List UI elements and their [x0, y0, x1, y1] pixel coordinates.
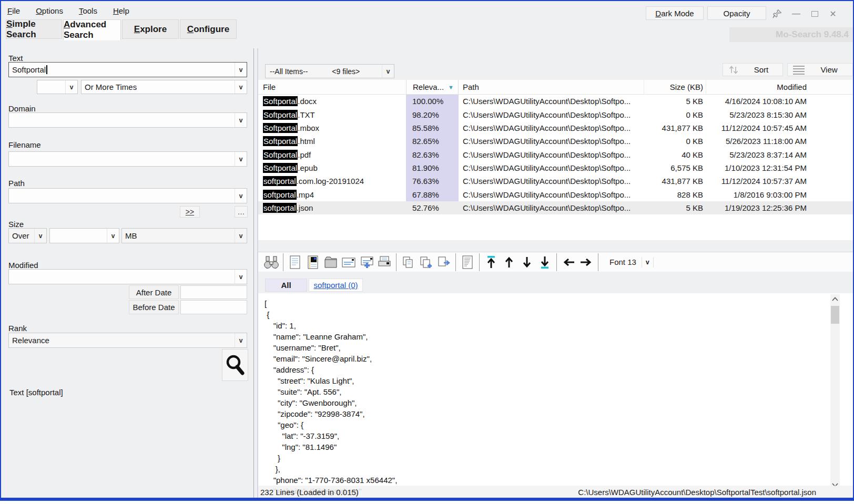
- document-icon: [289, 255, 301, 270]
- column-header-file[interactable]: File: [258, 80, 406, 94]
- browse-more-button[interactable]: …: [235, 206, 248, 218]
- table-row[interactable]: Softportal.html 82.65% C:\Users\WDAGUtil…: [258, 135, 853, 148]
- copy-button[interactable]: [400, 253, 416, 271]
- next-match-button[interactable]: [578, 253, 594, 271]
- after-date-field[interactable]: [180, 285, 247, 299]
- go-top-button[interactable]: [483, 253, 499, 271]
- go-bottom-button[interactable]: [537, 253, 553, 271]
- opacity-button[interactable]: Opacity: [707, 6, 766, 20]
- document-preview-icon: [307, 255, 319, 270]
- before-date-field[interactable]: [180, 300, 247, 314]
- scrollbar-thumb[interactable]: [831, 306, 839, 324]
- path-input[interactable]: v: [8, 188, 247, 203]
- font-size-select[interactable]: Font 13 v: [609, 257, 654, 268]
- view-formatted-button[interactable]: [305, 253, 321, 271]
- view-button[interactable]: View: [787, 63, 853, 76]
- domain-input[interactable]: v: [8, 112, 247, 128]
- toolbar-separator: [283, 253, 283, 271]
- previous-match-button[interactable]: [561, 253, 576, 271]
- text-input[interactable]: Softportal v: [8, 62, 247, 77]
- sort-descending-icon: ▼: [448, 84, 454, 90]
- results-filter-dropdown-icon[interactable]: v: [382, 65, 394, 78]
- size-unit-select[interactable]: MB v: [121, 228, 247, 243]
- text-dropdown-icon[interactable]: v: [235, 63, 247, 77]
- open-folder-button[interactable]: [323, 253, 339, 271]
- path-dropdown-icon[interactable]: v: [235, 189, 247, 203]
- filename-input[interactable]: v: [8, 151, 247, 167]
- json-preview-text: [ { "id": 1, "name": "Leanne Graham", "u…: [265, 298, 397, 497]
- column-header-relevance[interactable]: Releva... ▼: [406, 80, 459, 94]
- tab-explore[interactable]: Explore: [122, 19, 179, 39]
- minimize-button[interactable]: —: [789, 7, 804, 20]
- toolbar-separator: [479, 253, 480, 271]
- table-row[interactable]: Softportal.docx 100.00% C:\Users\WDAGUti…: [258, 95, 853, 108]
- column-header-modified[interactable]: Modified: [706, 80, 811, 94]
- find-in-preview-button[interactable]: [263, 253, 279, 271]
- modified-dropdown-icon[interactable]: v: [235, 270, 247, 284]
- preview-content-pane[interactable]: [ { "id": 1, "name": "Leanne Graham", "u…: [258, 293, 853, 498]
- domain-label: Domain: [8, 104, 36, 113]
- size-operator-dropdown-icon[interactable]: v: [34, 229, 46, 243]
- font-dropdown-icon[interactable]: v: [642, 257, 654, 268]
- copy-append-button[interactable]: [418, 253, 434, 271]
- filename-dropdown-icon[interactable]: v: [235, 152, 247, 166]
- maximize-button[interactable]: [807, 7, 822, 20]
- table-row[interactable]: Softportal.epub 81.90% C:\Users\WDAGUtil…: [258, 161, 853, 174]
- sort-button[interactable]: Sort: [723, 63, 783, 76]
- text-mode-select[interactable]: v: [37, 80, 78, 94]
- view-text-button[interactable]: [287, 253, 303, 271]
- table-row-selected[interactable]: softportal.json 52.76% C:\Users\WDAGUtil…: [258, 201, 853, 214]
- table-row[interactable]: Softportal.mbox 85.58% C:\Users\WDAGUtil…: [258, 121, 853, 135]
- size-operator-select[interactable]: Over v: [8, 228, 47, 243]
- menu-help[interactable]: Help: [111, 5, 131, 16]
- scrollbar-up-button[interactable]: [830, 294, 840, 304]
- match-mode-dropdown-icon[interactable]: v: [235, 80, 247, 94]
- rank-dropdown-icon[interactable]: v: [235, 333, 247, 347]
- modified-input[interactable]: v: [8, 269, 247, 284]
- toolbar-separator: [598, 253, 598, 271]
- after-date-button[interactable]: After Date: [129, 285, 179, 299]
- table-row[interactable]: softportal.mp4 67.88% C:\Users\WDAGUtili…: [258, 188, 853, 201]
- preview-tab-softportal[interactable]: softportal (0): [309, 279, 363, 292]
- maximize-icon: [811, 11, 818, 17]
- table-row[interactable]: softportal.com.log-20191024 76.63% C:\Us…: [258, 174, 853, 188]
- export-button[interactable]: [436, 253, 452, 271]
- domain-dropdown-icon[interactable]: v: [235, 113, 247, 127]
- dark-mode-button[interactable]: Dark Mode: [646, 6, 704, 20]
- menu-file[interactable]: File: [5, 5, 22, 16]
- preview-tab-all[interactable]: All: [265, 279, 307, 292]
- search-button[interactable]: [222, 349, 248, 381]
- email-icon: [341, 256, 356, 269]
- pin-button[interactable]: [770, 7, 785, 20]
- go-up-button[interactable]: [501, 253, 517, 271]
- print-button[interactable]: [377, 253, 392, 271]
- size-label: Size: [8, 220, 24, 229]
- before-date-button[interactable]: Before Date: [129, 300, 179, 314]
- tab-advanced-search[interactable]: Advanced Search: [63, 19, 121, 40]
- email-button[interactable]: [341, 253, 357, 271]
- size-value-dropdown-icon[interactable]: v: [107, 229, 119, 243]
- size-unit-dropdown-icon[interactable]: v: [235, 229, 247, 243]
- size-value-input[interactable]: v: [49, 228, 119, 243]
- column-header-size[interactable]: Size (KB): [644, 80, 706, 94]
- table-row[interactable]: Softportal.TXT 98.20% C:\Users\WDAGUtili…: [258, 108, 853, 121]
- word-wrap-button[interactable]: [460, 253, 475, 271]
- tab-simple-search[interactable]: Simple Search: [6, 19, 62, 39]
- match-mode-select[interactable]: Or More Times v: [81, 80, 247, 94]
- preview-scrollbar[interactable]: [830, 294, 840, 490]
- expand-panel-button[interactable]: >>: [180, 206, 200, 218]
- vertical-splitter[interactable]: [253, 48, 254, 498]
- tab-configure[interactable]: Configure: [180, 19, 237, 39]
- menu-tools[interactable]: Tools: [77, 5, 99, 16]
- column-header-path[interactable]: Path: [459, 80, 644, 94]
- close-button[interactable]: ✕: [826, 7, 840, 20]
- rank-select[interactable]: Relevance v: [8, 333, 247, 348]
- email-add-button[interactable]: [359, 253, 374, 271]
- text-mode-dropdown-icon[interactable]: v: [65, 80, 77, 94]
- close-icon: ✕: [829, 9, 836, 19]
- menu-options[interactable]: Options: [34, 5, 65, 16]
- results-filter-select[interactable]: --All Items-- <9 files> v: [265, 64, 394, 78]
- table-row[interactable]: Softportal.pdf 82.63% C:\Users\WDAGUtili…: [258, 148, 853, 161]
- go-down-button[interactable]: [519, 253, 535, 271]
- preview-status-bar: 232 Lines (Loaded in 0.015) C:\Users\WDA…: [258, 486, 853, 498]
